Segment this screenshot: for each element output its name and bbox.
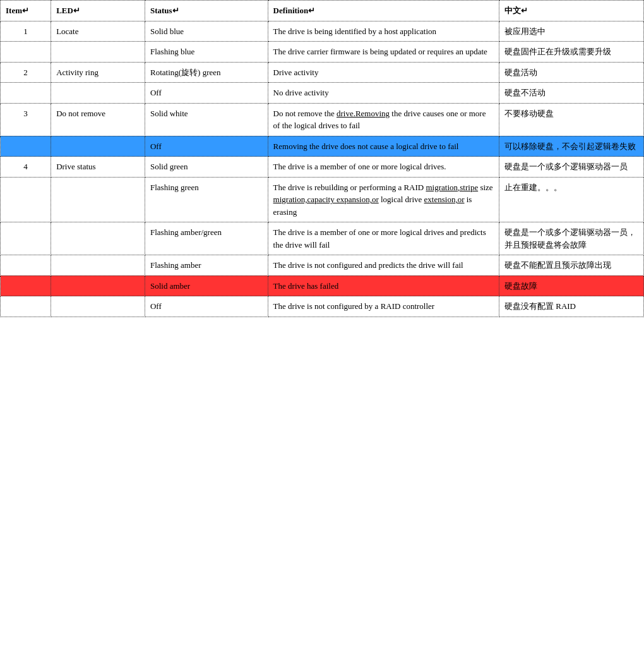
cell-item: 3 [1,103,51,136]
cell-zh: 硬盘没有配置 RAID [499,296,643,317]
cell-definition: The drive is being identified by a host … [268,21,499,42]
cell-status: Solid green [145,157,268,178]
cell-led [51,177,145,222]
cell-led: Drive status [51,157,145,178]
cell-zh: 硬盘活动 [499,62,643,83]
cell-definition: The drive is not configured and predicts… [268,255,499,276]
cell-status: Flashing amber [145,255,268,276]
cell-zh: 止在重建。。。 [499,177,643,222]
cell-led [51,255,145,276]
cell-status: Flashing amber/green [145,222,268,255]
cell-led [51,275,145,296]
cell-status: Flashing blue [145,42,268,63]
header-led: LED↵ [51,1,145,21]
cell-definition: The drive is a member of one or more log… [268,222,499,255]
cell-definition: The drive is not configured by a RAID co… [268,296,499,317]
cell-definition: Do not remove the drive.Removing the dri… [268,103,499,136]
cell-status: Solid amber [145,275,268,296]
cell-status: Flashing green [145,177,268,222]
header-zh: 中文↵ [499,1,643,21]
cell-item [1,275,51,296]
header-status: Status↵ [145,1,268,21]
cell-led: Do not remove [51,103,145,136]
cell-definition: The drive is rebuilding or performing a … [268,177,499,222]
cell-led [51,83,145,104]
cell-definition: The drive carrier firmware is being upda… [268,42,499,63]
cell-status: Rotating(旋转) green [145,62,268,83]
cell-zh: 硬盘不能配置且预示故障出现 [499,255,643,276]
cell-zh: 不要移动硬盘 [499,103,643,136]
cell-zh: 硬盘故障 [499,275,643,296]
cell-status: Off [145,136,268,157]
cell-led: Locate [51,21,145,42]
cell-status: Solid blue [145,21,268,42]
cell-zh: 硬盘不活动 [499,83,643,104]
cell-item [1,42,51,63]
cell-definition: Removing the drive does not cause a logi… [268,136,499,157]
header-item: Item↵ [1,1,51,21]
cell-status: Off [145,296,268,317]
cell-item [1,83,51,104]
cell-zh: 硬盘是一个或多个逻辑驱动器一员 [499,157,643,178]
cell-item [1,255,51,276]
cell-led [51,136,145,157]
cell-item: 2 [1,62,51,83]
cell-zh: 被应用选中 [499,21,643,42]
cell-definition: Drive activity [268,62,499,83]
cell-item: 4 [1,157,51,178]
cell-led [51,222,145,255]
cell-item: 1 [1,21,51,42]
cell-item [1,296,51,317]
cell-definition: No drive activity [268,83,499,104]
cell-status: Off [145,83,268,104]
cell-definition: The drive is a member of one or more log… [268,157,499,178]
cell-led: Activity ring [51,62,145,83]
cell-zh: 硬盘固件正在升级或需要升级 [499,42,643,63]
cell-led [51,42,145,63]
cell-item [1,177,51,222]
cell-status: Solid white [145,103,268,136]
cell-led [51,296,145,317]
header-definition: Definition↵ [268,1,499,21]
cell-zh: 硬盘是一个或多个逻辑驱动器一员，并且预报硬盘将会故障 [499,222,643,255]
cell-item [1,222,51,255]
cell-zh: 可以移除硬盘，不会引起逻辑卷失败 [499,136,643,157]
cell-item [1,136,51,157]
cell-definition: The drive has failed [268,275,499,296]
